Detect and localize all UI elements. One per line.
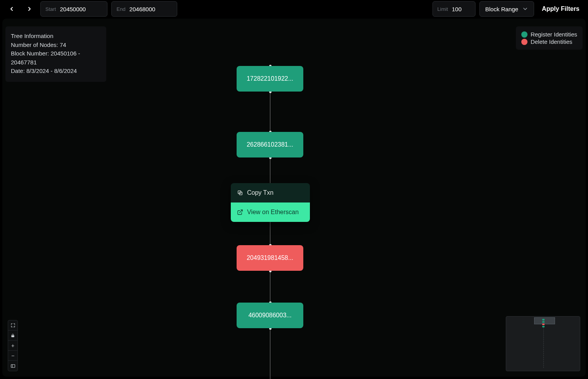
edge [270, 328, 270, 379]
node-label: 172822101922... [247, 75, 293, 82]
edge [270, 92, 270, 134]
limit-field: Limit [432, 1, 476, 17]
chevron-down-icon [522, 6, 528, 12]
svg-rect-3 [12, 335, 14, 337]
legend: Register Identities Delete Identities [516, 26, 583, 50]
legend-register-label: Register Identities [531, 31, 577, 38]
fit-view-button[interactable] [8, 361, 17, 371]
info-title: Tree Information [11, 32, 99, 41]
minimap[interactable] [506, 316, 580, 371]
legend-dot-register [521, 31, 527, 38]
copy-txn-label: Copy Txn [247, 189, 273, 196]
copy-icon [237, 190, 243, 196]
node-label: 46009086003... [248, 312, 291, 319]
minimap-node [542, 319, 545, 320]
node-label: 204931981458... [247, 254, 293, 261]
range-mode-dropdown[interactable]: Block Range [479, 1, 534, 17]
svg-rect-4 [11, 364, 15, 367]
start-field: Start [40, 1, 107, 17]
legend-delete: Delete Identities [521, 38, 577, 45]
copy-txn-button[interactable]: Copy Txn [231, 183, 310, 202]
zoom-out-button[interactable]: − [8, 351, 17, 361]
start-label: Start [45, 6, 56, 12]
fullscreen-icon [10, 323, 16, 328]
end-label: End [116, 6, 125, 12]
minimap-node [542, 324, 545, 325]
tree-node[interactable]: 204931981458... [237, 245, 303, 271]
minimap-node [542, 321, 545, 323]
legend-delete-label: Delete Identities [531, 38, 572, 45]
fit-icon [10, 363, 16, 369]
legend-dot-delete [521, 39, 527, 45]
viewport-controls: + − [8, 320, 18, 371]
tree-node[interactable]: 46009086003... [237, 303, 303, 328]
minimap-viewport[interactable] [534, 317, 555, 324]
info-date-range: Date: 8/3/2024 - 8/6/2024 [11, 67, 99, 76]
tree-info-panel: Tree Information Number of Nodes: 74 Blo… [5, 26, 106, 82]
limit-label: Limit [438, 6, 448, 12]
prev-button[interactable] [5, 2, 19, 16]
limit-input[interactable] [452, 6, 470, 12]
info-block-range: Block Number: 20450106 - 20467781 [11, 49, 99, 67]
lock-button[interactable] [8, 331, 17, 341]
end-field: End [111, 1, 177, 17]
legend-register: Register Identities [521, 31, 577, 38]
plus-icon: + [11, 343, 14, 349]
range-mode-label: Block Range [485, 6, 518, 12]
next-button[interactable] [22, 2, 36, 16]
apply-filters-button[interactable]: Apply Filters [538, 5, 583, 12]
edge [270, 270, 270, 305]
node-context-menu: Copy Txn View on Etherscan [231, 183, 310, 222]
info-node-count: Number of Nodes: 74 [11, 41, 99, 50]
chevron-left-icon [9, 6, 15, 12]
tree-node[interactable]: 262866102381... [237, 132, 303, 157]
fullscreen-button[interactable] [8, 320, 17, 331]
toolbar: Start End Limit Block Range Apply Filter… [0, 0, 588, 18]
minimap-node [542, 326, 545, 327]
svg-line-2 [240, 210, 242, 213]
minus-icon: − [11, 353, 14, 359]
chevron-right-icon [26, 6, 33, 12]
view-etherscan-label: View on Etherscan [247, 209, 299, 216]
end-input[interactable] [130, 6, 172, 12]
tree-node[interactable]: 172822101922... [237, 66, 303, 92]
external-link-icon [237, 209, 243, 215]
node-label: 262866102381... [247, 141, 293, 148]
start-input[interactable] [60, 6, 102, 12]
zoom-in-button[interactable]: + [8, 341, 17, 351]
view-etherscan-button[interactable]: View on Etherscan [231, 202, 310, 222]
lock-icon [10, 333, 15, 338]
